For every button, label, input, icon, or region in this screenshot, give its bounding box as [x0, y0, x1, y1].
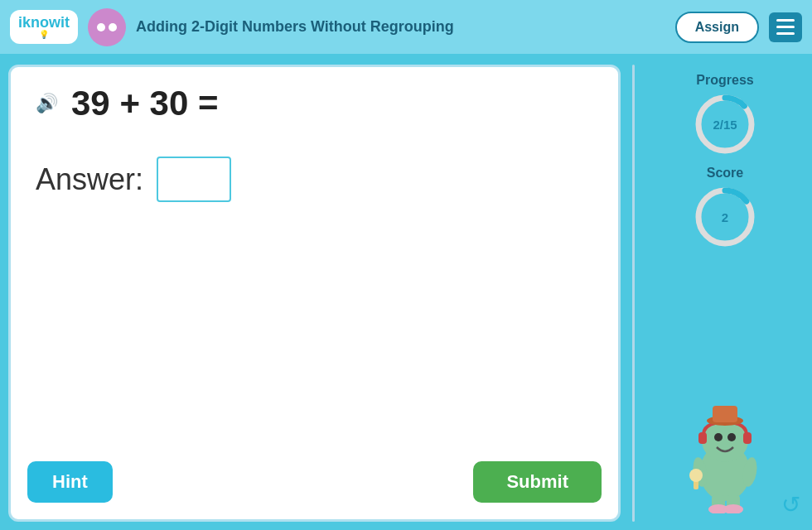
progress-label: Progress — [696, 73, 753, 88]
menu-button[interactable] — [769, 12, 802, 42]
lesson-icon — [88, 8, 126, 46]
answer-label: Answer: — [36, 162, 143, 197]
bottom-buttons: Hint Submit — [27, 461, 602, 503]
svg-point-7 — [727, 433, 736, 441]
speaker-icon[interactable]: 🔊 — [36, 93, 58, 114]
svg-rect-8 — [698, 432, 707, 444]
score-section: Score 2 — [692, 166, 758, 250]
svg-point-19 — [689, 469, 703, 482]
answer-input[interactable] — [157, 157, 231, 202]
header: iknowit 💡 Adding 2-Digit Numbers Without… — [0, 0, 812, 56]
nav-arrow-container: ↺ — [781, 491, 800, 518]
progress-value: 2/15 — [713, 118, 737, 132]
menu-line-3 — [776, 32, 795, 35]
svg-rect-9 — [743, 432, 752, 444]
submit-button[interactable]: Submit — [473, 461, 602, 503]
svg-rect-11 — [713, 406, 737, 422]
question-text: 39 + 30 = — [71, 84, 219, 123]
mascot — [675, 381, 775, 513]
dot2 — [109, 23, 117, 31]
lesson-dots — [97, 23, 117, 31]
score-value: 2 — [722, 210, 728, 224]
dot1 — [97, 23, 105, 31]
nav-arrow-icon[interactable]: ↺ — [781, 492, 800, 518]
sidebar: Progress 2/15 Score 2 — [646, 65, 804, 522]
logo-text: iknowit — [18, 15, 70, 30]
progress-section: Progress 2/15 — [692, 73, 758, 157]
logo: iknowit 💡 — [10, 10, 78, 44]
svg-point-17 — [723, 504, 743, 513]
answer-row: Answer: — [36, 157, 593, 202]
score-label: Score — [707, 166, 743, 181]
logo-bulb: 💡 — [39, 30, 49, 39]
question-row: 🔊 39 + 30 = — [36, 84, 593, 123]
progress-circle: 2/15 — [692, 91, 758, 157]
svg-point-6 — [714, 433, 723, 441]
question-panel: 🔊 39 + 30 = Answer: Hint Submit — [8, 65, 621, 522]
score-circle: 2 — [692, 184, 758, 250]
hint-button[interactable]: Hint — [27, 461, 113, 503]
main-content: 🔊 39 + 30 = Answer: Hint Submit Progress… — [0, 56, 812, 530]
mascot-svg — [675, 381, 775, 513]
panel-divider — [632, 65, 635, 522]
menu-line-1 — [776, 19, 795, 22]
lesson-title: Adding 2-Digit Numbers Without Regroupin… — [136, 18, 665, 36]
assign-button[interactable]: Assign — [675, 12, 759, 43]
menu-line-2 — [776, 26, 795, 28]
